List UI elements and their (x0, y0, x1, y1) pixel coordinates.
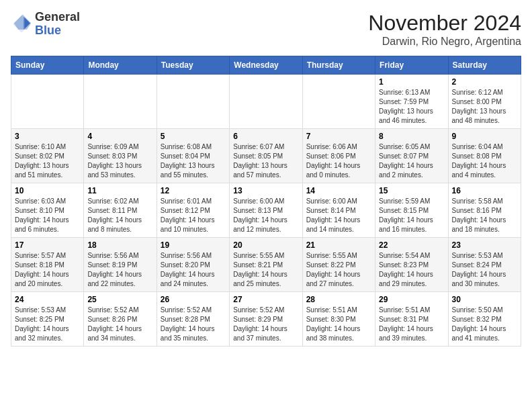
weekday-header: Monday (84, 56, 157, 75)
weekday-header: Wednesday (230, 56, 302, 75)
calendar-cell: 7Sunrise: 6:06 AM Sunset: 8:06 PM Daylig… (302, 129, 375, 183)
day-info: Sunrise: 6:08 AM Sunset: 8:04 PM Dayligh… (161, 142, 226, 180)
calendar-cell: 25Sunrise: 5:52 AM Sunset: 8:26 PM Dayli… (84, 292, 157, 347)
day-info: Sunrise: 5:54 AM Sunset: 8:23 PM Dayligh… (379, 251, 444, 289)
day-number: 3 (15, 132, 80, 141)
calendar-cell: 8Sunrise: 6:05 AM Sunset: 8:07 PM Daylig… (375, 129, 448, 183)
day-info: Sunrise: 5:51 AM Sunset: 8:30 PM Dayligh… (306, 306, 371, 343)
day-number: 4 (87, 132, 152, 141)
calendar-cell: 23Sunrise: 5:53 AM Sunset: 8:24 PM Dayli… (448, 238, 521, 292)
calendar-cell: 13Sunrise: 6:00 AM Sunset: 8:13 PM Dayli… (230, 183, 302, 238)
logo-text: General Blue (35, 11, 80, 38)
calendar-cell: 19Sunrise: 5:56 AM Sunset: 8:20 PM Dayli… (157, 238, 229, 292)
calendar-cell: 4Sunrise: 6:09 AM Sunset: 8:03 PM Daylig… (84, 129, 157, 183)
day-info: Sunrise: 6:00 AM Sunset: 8:13 PM Dayligh… (233, 197, 298, 234)
day-info: Sunrise: 5:51 AM Sunset: 8:31 PM Dayligh… (379, 306, 444, 343)
calendar-cell: 15Sunrise: 5:59 AM Sunset: 8:15 PM Dayli… (375, 183, 448, 238)
weekday-header: Sunday (11, 56, 84, 75)
day-info: Sunrise: 5:55 AM Sunset: 8:22 PM Dayligh… (306, 251, 371, 289)
day-info: Sunrise: 6:02 AM Sunset: 8:11 PM Dayligh… (87, 197, 152, 234)
day-info: Sunrise: 6:04 AM Sunset: 8:08 PM Dayligh… (452, 142, 517, 180)
weekday-header: Tuesday (157, 56, 229, 75)
day-number: 1 (379, 77, 444, 87)
location-title: Darwin, Rio Negro, Argentina (368, 36, 521, 48)
calendar-week-row: 10Sunrise: 6:03 AM Sunset: 8:10 PM Dayli… (11, 183, 521, 238)
weekday-header-row: SundayMondayTuesdayWednesdayThursdayFrid… (11, 56, 521, 75)
day-info: Sunrise: 6:00 AM Sunset: 8:14 PM Dayligh… (306, 197, 371, 234)
day-info: Sunrise: 5:57 AM Sunset: 8:18 PM Dayligh… (15, 251, 80, 289)
day-number: 17 (15, 240, 80, 250)
day-number: 28 (306, 295, 371, 304)
calendar-cell: 12Sunrise: 6:01 AM Sunset: 8:12 PM Dayli… (157, 183, 229, 238)
calendar-cell: 10Sunrise: 6:03 AM Sunset: 8:10 PM Dayli… (11, 183, 84, 238)
day-number: 5 (161, 132, 226, 141)
calendar-week-row: 17Sunrise: 5:57 AM Sunset: 8:18 PM Dayli… (11, 238, 521, 292)
calendar-cell: 16Sunrise: 5:58 AM Sunset: 8:16 PM Dayli… (448, 183, 521, 238)
day-number: 7 (306, 132, 371, 141)
calendar-table: SundayMondayTuesdayWednesdayThursdayFrid… (11, 56, 521, 347)
day-number: 15 (379, 186, 444, 195)
calendar-cell: 26Sunrise: 5:52 AM Sunset: 8:28 PM Dayli… (157, 292, 229, 347)
day-number: 27 (233, 295, 298, 304)
logo-icon (11, 13, 32, 35)
weekday-header: Thursday (302, 56, 375, 75)
calendar-cell (84, 75, 157, 129)
day-number: 2 (452, 77, 517, 87)
page-header: General Blue November 2024 Darwin, Rio N… (11, 11, 521, 48)
day-info: Sunrise: 5:53 AM Sunset: 8:24 PM Dayligh… (452, 251, 517, 289)
calendar-cell: 28Sunrise: 5:51 AM Sunset: 8:30 PM Dayli… (302, 292, 375, 347)
calendar-cell: 18Sunrise: 5:56 AM Sunset: 8:19 PM Dayli… (84, 238, 157, 292)
day-number: 24 (15, 295, 80, 304)
calendar-cell: 3Sunrise: 6:10 AM Sunset: 8:02 PM Daylig… (11, 129, 84, 183)
day-number: 13 (233, 186, 298, 195)
day-number: 26 (161, 295, 226, 304)
calendar-cell: 30Sunrise: 5:50 AM Sunset: 8:32 PM Dayli… (448, 292, 521, 347)
day-number: 11 (87, 186, 152, 195)
calendar-week-row: 1Sunrise: 6:13 AM Sunset: 7:59 PM Daylig… (11, 75, 521, 129)
day-number: 22 (379, 240, 444, 250)
day-number: 10 (15, 186, 80, 195)
day-info: Sunrise: 6:09 AM Sunset: 8:03 PM Dayligh… (87, 142, 152, 180)
day-info: Sunrise: 6:01 AM Sunset: 8:12 PM Dayligh… (161, 197, 226, 234)
day-info: Sunrise: 5:52 AM Sunset: 8:29 PM Dayligh… (233, 306, 298, 343)
calendar-cell (157, 75, 229, 129)
day-info: Sunrise: 6:12 AM Sunset: 8:00 PM Dayligh… (452, 88, 517, 126)
title-block: November 2024 Darwin, Rio Negro, Argenti… (368, 11, 521, 48)
day-info: Sunrise: 6:13 AM Sunset: 7:59 PM Dayligh… (379, 88, 444, 126)
calendar-cell: 2Sunrise: 6:12 AM Sunset: 8:00 PM Daylig… (448, 75, 521, 129)
calendar-week-row: 24Sunrise: 5:53 AM Sunset: 8:25 PM Dayli… (11, 292, 521, 347)
day-info: Sunrise: 5:50 AM Sunset: 8:32 PM Dayligh… (452, 306, 517, 343)
day-info: Sunrise: 5:56 AM Sunset: 8:19 PM Dayligh… (87, 251, 152, 289)
day-number: 8 (379, 132, 444, 141)
month-title: November 2024 (368, 11, 521, 36)
day-number: 23 (452, 240, 517, 250)
day-info: Sunrise: 5:58 AM Sunset: 8:16 PM Dayligh… (452, 197, 517, 234)
day-info: Sunrise: 6:10 AM Sunset: 8:02 PM Dayligh… (15, 142, 80, 180)
day-info: Sunrise: 6:03 AM Sunset: 8:10 PM Dayligh… (15, 197, 80, 234)
calendar-cell: 20Sunrise: 5:55 AM Sunset: 8:21 PM Dayli… (230, 238, 302, 292)
calendar-cell: 21Sunrise: 5:55 AM Sunset: 8:22 PM Dayli… (302, 238, 375, 292)
day-info: Sunrise: 5:53 AM Sunset: 8:25 PM Dayligh… (15, 306, 80, 343)
calendar-cell: 11Sunrise: 6:02 AM Sunset: 8:11 PM Dayli… (84, 183, 157, 238)
day-number: 25 (87, 295, 152, 304)
day-number: 9 (452, 132, 517, 141)
calendar-cell: 14Sunrise: 6:00 AM Sunset: 8:14 PM Dayli… (302, 183, 375, 238)
day-number: 12 (161, 186, 226, 195)
day-info: Sunrise: 6:07 AM Sunset: 8:05 PM Dayligh… (233, 142, 298, 180)
calendar-cell: 6Sunrise: 6:07 AM Sunset: 8:05 PM Daylig… (230, 129, 302, 183)
day-number: 21 (306, 240, 371, 250)
calendar-cell: 27Sunrise: 5:52 AM Sunset: 8:29 PM Dayli… (230, 292, 302, 347)
calendar-cell: 1Sunrise: 6:13 AM Sunset: 7:59 PM Daylig… (375, 75, 448, 129)
calendar-cell: 9Sunrise: 6:04 AM Sunset: 8:08 PM Daylig… (448, 129, 521, 183)
day-number: 6 (233, 132, 298, 141)
weekday-header: Friday (375, 56, 448, 75)
day-info: Sunrise: 5:52 AM Sunset: 8:28 PM Dayligh… (161, 306, 226, 343)
weekday-header: Saturday (448, 56, 521, 75)
calendar-cell: 29Sunrise: 5:51 AM Sunset: 8:31 PM Dayli… (375, 292, 448, 347)
calendar-cell: 24Sunrise: 5:53 AM Sunset: 8:25 PM Dayli… (11, 292, 84, 347)
day-number: 20 (233, 240, 298, 250)
day-number: 16 (452, 186, 517, 195)
calendar-cell (230, 75, 302, 129)
day-number: 19 (161, 240, 226, 250)
day-info: Sunrise: 5:52 AM Sunset: 8:26 PM Dayligh… (87, 306, 152, 343)
